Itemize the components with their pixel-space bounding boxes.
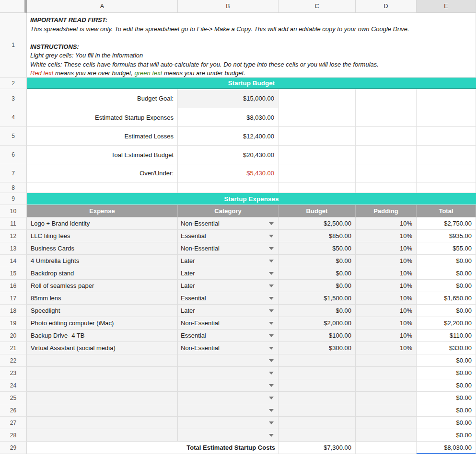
cell-E25-total[interactable]: $0.00 — [417, 392, 476, 404]
startup-expenses-banner[interactable]: Startup Expenses — [27, 193, 476, 205]
cell-C5[interactable] — [279, 127, 356, 146]
cell-A7-label[interactable]: Over/Under: — [27, 164, 178, 182]
cell-D19-padding[interactable]: 10% — [356, 317, 417, 330]
cell-B5-value[interactable]: $12,400.00 — [178, 127, 279, 146]
row-header-28[interactable]: 28 — [0, 429, 27, 442]
cell-B21-category[interactable]: Non-Essential — [178, 342, 279, 354]
row-header-26[interactable]: 26 — [0, 404, 27, 417]
cell-B11-category[interactable]: Non-Essential — [178, 217, 279, 230]
cell-E26-total[interactable]: $0.00 — [417, 404, 476, 417]
cell-D5[interactable] — [356, 127, 417, 146]
cell-B12-category[interactable]: Essential — [178, 230, 279, 242]
row-header-8[interactable]: 8 — [0, 182, 27, 193]
cell-E4[interactable] — [417, 108, 476, 127]
cell-C3[interactable] — [279, 89, 356, 108]
row-header-23[interactable]: 23 — [0, 367, 27, 379]
row-header-1[interactable]: 1 — [0, 13, 27, 78]
dropdown-arrow-icon[interactable] — [269, 334, 274, 337]
cell-E6[interactable] — [417, 146, 476, 164]
dropdown-arrow-icon[interactable] — [269, 322, 274, 325]
row-header-9[interactable]: 9 — [0, 193, 27, 205]
cell-A18-expense[interactable]: Speedlight — [27, 305, 178, 317]
cell-E18-total[interactable]: $0.00 — [417, 305, 476, 317]
cell-B6-value[interactable]: $20,430.00 — [178, 146, 279, 164]
cell-E7[interactable] — [417, 164, 476, 182]
cell-D26-padding[interactable] — [356, 404, 417, 417]
cell-B13-category[interactable]: Non-Essential — [178, 242, 279, 255]
cell-A11-expense[interactable]: Logo + Brand identity — [27, 217, 178, 230]
cell-C24-budget[interactable] — [279, 379, 356, 392]
dropdown-arrow-icon[interactable] — [269, 384, 274, 387]
cell-C4[interactable] — [279, 108, 356, 127]
cell-A15-expense[interactable]: Backdrop stand — [27, 267, 178, 280]
row-header-12[interactable]: 12 — [0, 230, 27, 242]
dropdown-arrow-icon[interactable] — [269, 347, 274, 350]
cell-B23-category[interactable] — [178, 367, 279, 379]
cell-E24-total[interactable]: $0.00 — [417, 379, 476, 392]
cell-A8[interactable] — [27, 182, 178, 193]
row-header-22[interactable]: 22 — [0, 354, 27, 367]
cell-E15-total[interactable]: $0.00 — [417, 267, 476, 280]
cell-C27-budget[interactable] — [279, 417, 356, 429]
cell-C16-budget[interactable]: $0.00 — [279, 280, 356, 292]
cell-D24-padding[interactable] — [356, 379, 417, 392]
cell-C13-budget[interactable]: $50.00 — [279, 242, 356, 255]
row-header-18[interactable]: 18 — [0, 305, 27, 317]
cell-A3-label[interactable]: Budget Goal: — [27, 89, 178, 108]
cell-E13-total[interactable]: $55.00 — [417, 242, 476, 255]
row-header-27[interactable]: 27 — [0, 417, 27, 429]
cell-E3[interactable] — [417, 89, 476, 108]
cell-D13-padding[interactable]: 10% — [356, 242, 417, 255]
row-header-20[interactable]: 20 — [0, 330, 27, 342]
cell-A16-expense[interactable]: Roll of seamless paper — [27, 280, 178, 292]
startup-budget-banner[interactable]: Startup Budget — [27, 78, 476, 89]
dropdown-arrow-icon[interactable] — [269, 222, 274, 225]
cell-D4[interactable] — [356, 108, 417, 127]
cell-E19-total[interactable]: $2,200.00 — [417, 317, 476, 330]
cell-A25-expense[interactable] — [27, 392, 178, 404]
expenses-header-category[interactable]: Category — [178, 205, 279, 217]
dropdown-arrow-icon[interactable] — [269, 372, 274, 375]
cell-D22-padding[interactable] — [356, 354, 417, 367]
cell-D18-padding[interactable]: 10% — [356, 305, 417, 317]
dropdown-arrow-icon[interactable] — [269, 235, 274, 238]
dropdown-arrow-icon[interactable] — [269, 409, 274, 412]
cell-A21-expense[interactable]: Virtual Assistant (social media) — [27, 342, 178, 354]
cell-D17-padding[interactable]: 10% — [356, 292, 417, 305]
cell-A23-expense[interactable] — [27, 367, 178, 379]
cell-B7-value[interactable]: $5,430.00 — [178, 164, 279, 182]
cell-D11-padding[interactable]: 10% — [356, 217, 417, 230]
cell-A19-expense[interactable]: Photo editing computer (iMac) — [27, 317, 178, 330]
cell-D6[interactable] — [356, 146, 417, 164]
dropdown-arrow-icon[interactable] — [269, 421, 274, 424]
dropdown-arrow-icon[interactable] — [269, 260, 274, 262]
cell-B24-category[interactable] — [178, 379, 279, 392]
dropdown-arrow-icon[interactable] — [269, 247, 274, 250]
cell-E21-total[interactable]: $330.00 — [417, 342, 476, 354]
dropdown-arrow-icon[interactable] — [269, 434, 274, 437]
cell-D23-padding[interactable] — [356, 367, 417, 379]
cell-C25-budget[interactable] — [279, 392, 356, 404]
cell-D29[interactable] — [356, 442, 417, 454]
cell-C17-budget[interactable]: $1,500.00 — [279, 292, 356, 305]
cell-E20-total[interactable]: $110.00 — [417, 330, 476, 342]
column-header-d[interactable]: D — [356, 0, 417, 13]
cell-C29-budget-total[interactable]: $7,300.00 — [279, 442, 356, 454]
cell-A6-label[interactable]: Toal Estimated Budget — [27, 146, 178, 164]
expenses-header-total[interactable]: Total — [417, 205, 476, 217]
dropdown-arrow-icon[interactable] — [269, 359, 274, 362]
cell-D8[interactable] — [356, 182, 417, 193]
cell-C12-budget[interactable]: $850.00 — [279, 230, 356, 242]
dropdown-arrow-icon[interactable] — [269, 397, 274, 399]
cell-E12-total[interactable]: $935.00 — [417, 230, 476, 242]
cell-B20-category[interactable]: Essential — [178, 330, 279, 342]
cell-E5[interactable] — [417, 127, 476, 146]
cell-B17-category[interactable]: Essential — [178, 292, 279, 305]
row-header-3[interactable]: 3 — [0, 89, 27, 108]
row-header-13[interactable]: 13 — [0, 242, 27, 255]
cell-A5-label[interactable]: Estimated Losses — [27, 127, 178, 146]
column-header-e[interactable]: E — [417, 0, 476, 13]
cell-B25-category[interactable] — [178, 392, 279, 404]
cell-D12-padding[interactable]: 10% — [356, 230, 417, 242]
cell-C15-budget[interactable]: $0.00 — [279, 267, 356, 280]
